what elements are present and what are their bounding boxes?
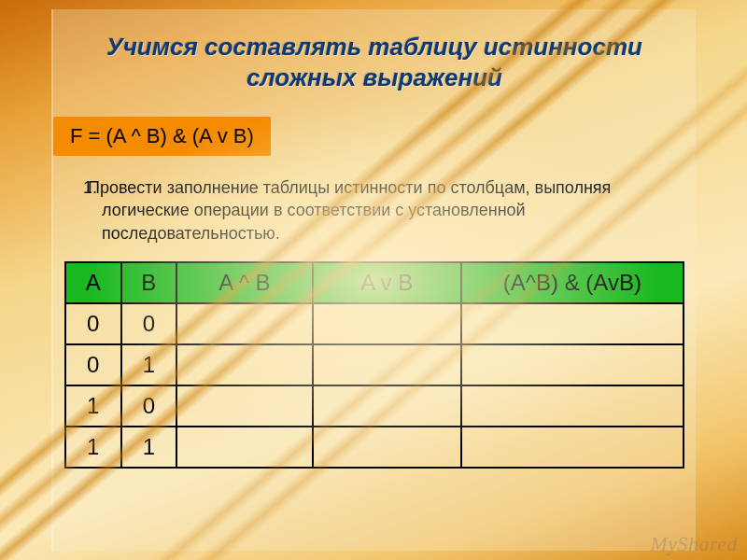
header-A: A: [65, 262, 121, 303]
table-row: 0 0: [65, 303, 684, 344]
formula-box: F = (A ^ B) & (A v B): [53, 117, 271, 156]
header-AandB: A ^ B: [176, 262, 313, 303]
cell: [461, 303, 684, 344]
cell: 0: [65, 303, 121, 344]
truth-table: A B A ^ B A v B (A^B) & (AvB) 0 0 0 1: [64, 261, 684, 469]
cell: 1: [65, 427, 121, 468]
cell: 0: [65, 344, 121, 385]
table-header-row: A B A ^ B A v B (A^B) & (AvB): [65, 262, 684, 303]
slide-title: Учимся составлять таблицу истинности сло…: [64, 32, 684, 92]
slide-background: Учимся составлять таблицу истинности сло…: [0, 0, 747, 560]
cell: [313, 385, 461, 427]
cell: [176, 303, 313, 344]
instruction-text: Провести заполнение таблицы истинности п…: [88, 178, 611, 243]
cell: 1: [121, 427, 177, 468]
cell: [176, 344, 313, 385]
instruction-paragraph: 1. Провести заполнение таблицы истинност…: [102, 176, 684, 245]
title-line-1: Учимся составлять таблицу истинности: [106, 33, 642, 61]
cell: 0: [121, 303, 177, 344]
cell: [176, 427, 313, 468]
cell: [313, 427, 461, 468]
content-panel: Учимся составлять таблицу истинности сло…: [51, 9, 696, 551]
header-result: (A^B) & (AvB): [461, 262, 684, 303]
cell: 0: [121, 385, 177, 427]
header-AorB: A v B: [313, 262, 461, 303]
cell: 1: [121, 344, 177, 385]
cell: 1: [65, 385, 121, 427]
cell: [461, 385, 684, 427]
table-row: 1 0: [65, 385, 684, 427]
table-row: 1 1: [65, 427, 684, 468]
table-row: 0 1: [65, 344, 684, 385]
cell: [313, 303, 461, 344]
title-line-2: сложных выражений: [247, 63, 502, 91]
header-B: B: [121, 262, 177, 303]
cell: [461, 344, 684, 385]
cell: [461, 427, 684, 468]
cell: [176, 385, 313, 427]
cell: [313, 344, 461, 385]
formula-row: F = (A ^ B) & (A v B): [64, 117, 684, 156]
